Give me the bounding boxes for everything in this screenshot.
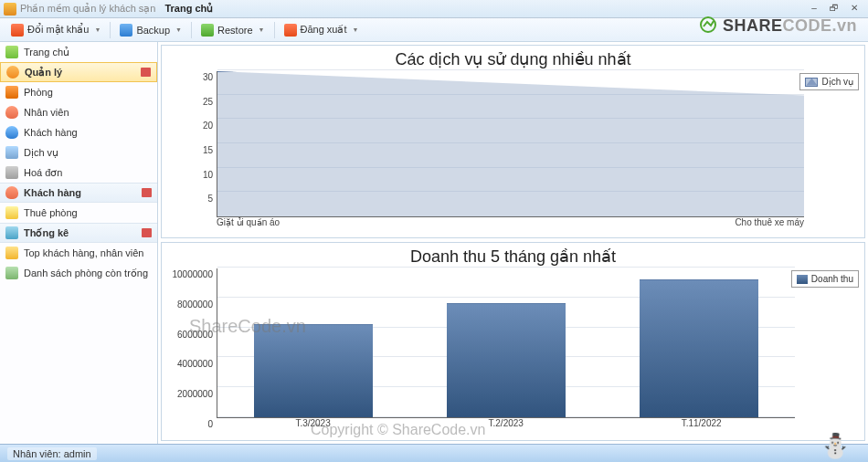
chart-services-panel: Các dịch vụ sử dụng nhiều nhất Dịch vụ 5… (161, 45, 865, 238)
window-minimize-button[interactable]: – (804, 3, 824, 16)
employee-icon (5, 106, 18, 119)
window-close-button[interactable]: ✕ (844, 3, 864, 16)
sidebar-item-label: Nhân viên (24, 107, 69, 118)
chart-revenue-title: Doanh thu 5 tháng gần nhất (162, 243, 864, 268)
sidebar-item-label: Trang chủ (24, 47, 69, 58)
x-tick-label: T.3/2023 (295, 418, 330, 428)
sidebar-header-customer[interactable]: Khách hàng (0, 183, 157, 203)
chevron-down-icon: ▼ (353, 26, 359, 33)
badge-icon (142, 188, 152, 197)
sidebar-item-top[interactable]: Top khách hàng, nhân viên (0, 243, 157, 263)
legend-marker-icon (805, 78, 818, 87)
sidebar-item-home[interactable]: Trang chủ (0, 42, 157, 62)
top-icon (5, 247, 18, 259)
sidebar-item-label: Khách hàng (24, 127, 78, 138)
customer-icon (5, 126, 18, 139)
list-icon (5, 267, 18, 279)
sidebar-item-label: Hoá đơn (24, 167, 62, 179)
logout-icon (284, 24, 297, 37)
stats-icon (5, 226, 18, 239)
backup-button[interactable]: Backup ▼ (114, 22, 187, 38)
sidebar-item-customer[interactable]: Khách hàng (0, 122, 157, 142)
home-icon (5, 46, 18, 58)
sidebar-item-empty-rooms[interactable]: Danh sách phòng còn trống (0, 263, 157, 283)
brand-logo: SHARECODE.vn (699, 16, 857, 36)
sidebar-item-label: Quản lý (25, 67, 62, 79)
chart-y-axis: 0200000040000006000000800000010000000 (162, 268, 217, 418)
chart-x-axis: T.3/2023 T.2/2023 T.11/2022 (162, 418, 864, 428)
app-icon (4, 3, 16, 16)
snowman-icon: ⛄ (820, 432, 850, 460)
chevron-down-icon: ▼ (94, 26, 101, 33)
x-tick-label: T.2/2023 (489, 418, 524, 428)
backup-icon (120, 24, 132, 37)
sidebar-item-employee[interactable]: Nhân viên (0, 102, 157, 122)
restore-button[interactable]: Restore ▼ (196, 22, 270, 38)
sidebar-item-label: Khách hàng (24, 187, 81, 198)
sidebar-item-label: Phòng (24, 87, 53, 98)
badge-icon (142, 228, 152, 237)
status-bar: Nhân viên: admin ⛄ (0, 444, 868, 462)
badge-icon (141, 68, 151, 77)
chart-plot-area (217, 71, 804, 217)
manage-icon (6, 66, 19, 79)
sidebar: Trang chủ Quản lý Phòng Nhân viên Khách … (0, 42, 158, 444)
legend-label: Dịch vụ (821, 77, 853, 87)
sidebar-item-invoice[interactable]: Hoá đơn (0, 163, 157, 183)
sidebar-header-stats[interactable]: Thống kê (0, 223, 157, 243)
customer-group-icon (5, 186, 18, 199)
chart-services-title: Các dịch vụ sử dụng nhiều nhất (162, 46, 864, 71)
key-icon (11, 24, 24, 37)
change-password-button[interactable]: Đổi mật khẩu ▼ (5, 22, 106, 38)
change-password-label: Đổi mật khẩu (27, 24, 89, 36)
service-icon (5, 146, 18, 159)
chart-plot-area (217, 268, 795, 418)
sidebar-header-manage[interactable]: Quản lý (0, 62, 157, 82)
window-restore-button[interactable]: 🗗 (824, 3, 844, 16)
sidebar-item-label: Danh sách phòng còn trống (24, 268, 148, 279)
restore-label: Restore (217, 25, 253, 36)
legend-label: Doanh thu (811, 274, 853, 284)
sidebar-item-label: Thuê phòng (24, 207, 78, 218)
chart-services-legend: Dịch vụ (799, 73, 859, 90)
room-icon (5, 86, 18, 99)
legend-marker-icon (797, 275, 808, 284)
sidebar-item-rent[interactable]: Thuê phòng (0, 203, 157, 223)
chart-revenue-panel: Doanh thu 5 tháng gần nhất Doanh thu 020… (161, 242, 865, 441)
svg-point-0 (701, 17, 715, 32)
chart-y-axis: 51015202530 (162, 71, 217, 217)
backup-label: Backup (136, 25, 170, 36)
tab-home[interactable]: Trang chủ (164, 3, 213, 15)
x-tick-label: T.11/2022 (682, 418, 722, 428)
rent-icon (5, 206, 18, 219)
sidebar-item-label: Thống kê (24, 227, 69, 239)
chart-x-axis: Giặt ủi quần áo Cho thuê xe máy (162, 217, 864, 227)
content-area: Các dịch vụ sử dụng nhiều nhất Dịch vụ 5… (158, 42, 868, 444)
sidebar-item-label: Dịch vụ (24, 147, 58, 159)
x-tick-label: Giặt ủi quần áo (217, 217, 280, 227)
logout-button[interactable]: Đăng xuất ▼ (279, 22, 365, 38)
logout-label: Đăng xuất (301, 24, 347, 36)
x-tick-label: Cho thuê xe máy (735, 217, 864, 227)
chevron-down-icon: ▼ (259, 26, 265, 33)
sidebar-item-room[interactable]: Phòng (0, 82, 157, 102)
restore-icon (201, 24, 214, 37)
app-title: Phần mềm quản lý khách sạn (20, 3, 155, 15)
chevron-down-icon: ▼ (175, 26, 182, 33)
sidebar-item-label: Top khách hàng, nhân viên (24, 247, 144, 258)
invoice-icon (5, 166, 18, 179)
chart-revenue-legend: Doanh thu (791, 270, 859, 288)
sidebar-item-service[interactable]: Dịch vụ (0, 142, 157, 163)
status-user: Nhân viên: admin (7, 447, 97, 460)
